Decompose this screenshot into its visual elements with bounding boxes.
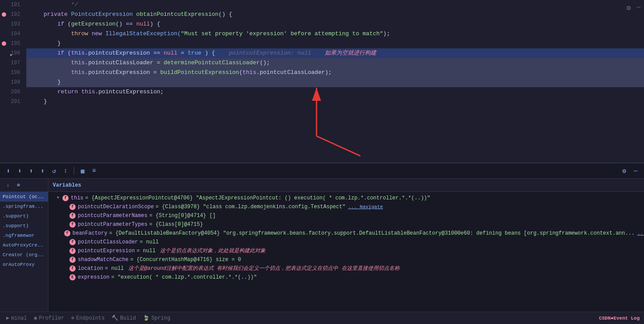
code-line-191: */ [26,0,644,10]
terminal-tab[interactable]: ▶ minal [4,312,29,324]
var-value-1: = {Class@3978} "class com.lzp.demojenkin… [156,202,346,211]
code-token: true [188,48,201,58]
var-name-8: location [78,264,103,273]
endpoints-tab[interactable]: ⊕ Endpoints [69,312,106,324]
code-line-198: this.pointcutExpression = buildPointcutE… [26,68,644,77]
sidebar-frame-item-6[interactable]: Creator (org... [0,250,48,260]
evaluate-btn[interactable]: ↕ [61,166,70,176]
code-token [30,58,71,68]
var-annotation-6: 这个是切点表达式对象，此处就是构建此对象 [160,247,266,255]
sidebar-filter-btn[interactable]: ⊕ [14,181,23,190]
breakpoint-195[interactable] [2,41,6,46]
gutter-line-195: 195 [0,39,23,48]
code-line-192: private PointcutExpression obtainPointcu… [26,10,644,19]
line-number-201: 201 [11,97,20,107]
build-tab[interactable]: 🔨 Build [110,312,138,324]
var-expand-9[interactable] [62,275,68,280]
var-navigate-4[interactable]: ... Vie [637,229,644,238]
var-expand-2[interactable] [62,213,68,218]
variables-header: Variables [48,179,644,192]
collapse-btn[interactable]: — [631,166,640,176]
code-token: new [91,29,102,39]
code-token: if [57,19,64,29]
variables-title: Variables [53,182,81,188]
code-token: .pointcutClassLoader = [85,58,164,68]
var-value-6: = null [137,247,156,255]
code-token: PointcutExpression [68,10,136,19]
bottom-bar: ▶ minal ◉ Profiler ⊕ Endpoints 🔨 Build 🍃… [0,312,644,324]
code-token: ); [383,29,390,39]
var-icon-8: f [69,265,76,272]
sidebar-frame-item-1[interactable]: .springfram... [0,202,48,211]
code-token: } [30,77,61,87]
endpoints-label: Endpoints [76,315,105,321]
settings-icon[interactable]: ⚙ [626,4,631,12]
code-line-194: throw new IllegalStateException("Must se… [26,29,644,39]
var-value-8: = null [105,264,124,273]
minimize-icon[interactable]: — [637,4,640,11]
line-number-199: 199 [11,77,20,87]
sidebar-frame-item-2[interactable]: .support) [0,211,48,221]
reset-btn[interactable]: ↺ [49,166,59,176]
profiler-tab[interactable]: ◉ Profiler [32,312,66,324]
line-number-197: 197 [11,58,20,68]
code-token: buildPointcutExpression [160,68,239,77]
gutter-line-192: 192 [0,10,23,19]
var-value-3: = {Class[0]@4715} [149,220,203,229]
code-token: () { [218,10,232,19]
code-token [30,68,71,77]
sidebar-frame-item-3[interactable]: .support) [0,221,48,231]
var-icon-7: f [69,257,76,263]
step-over-btn[interactable]: ⬇ [4,166,13,176]
step-out-btn[interactable]: ⬆ [26,166,36,176]
build-label: Build [120,315,136,321]
settings-debug-btn[interactable]: ⚙ [619,166,629,176]
breakpoint-192[interactable] [2,12,6,17]
var-expand-6[interactable] [62,248,68,254]
sidebar-frame-item-4[interactable]: .ngframewor [0,231,48,240]
debug-main-content: Variables ▼fthis= {AspectJExpressionPoin… [48,179,644,323]
code-token: this [71,48,85,58]
gutter-line-196: ➤196 [0,48,23,58]
sidebar-down-btn[interactable]: ↓ [4,181,12,190]
profiler-icon: ◉ [34,315,37,321]
code-token: } [30,39,61,48]
line-number-195: 195 [11,39,20,48]
code-token: .pointcutClassLoader); [256,68,332,77]
line-gutter: 191192193194195➤196197198199200201 [0,0,26,162]
variable-row-9: Eexpression= "execution( * com.lzp.*.con… [48,273,644,282]
code-line-197: this.pointcutClassLoader = determinePoin… [26,58,644,68]
var-navigate-1[interactable]: ... Navigate [348,202,383,211]
gutter-line-194: 194 [0,29,23,39]
var-icon-5: f [69,239,76,245]
gutter-line-199: 199 [0,77,23,87]
var-expand-1[interactable] [62,204,68,210]
var-value-9: = "execution( * com.lzp.*.controller.*.*… [111,273,257,282]
step-into-btn[interactable]: ⬇ [15,166,25,176]
code-token [30,19,57,29]
code-line-200: return this.pointcutExpression; [26,87,644,97]
code-token: "Must set property 'expression' before a… [181,29,383,39]
code-token: this [71,68,85,77]
var-expand-8[interactable] [62,266,68,271]
spring-tab[interactable]: 🍃 Spring [141,312,172,324]
spring-label: Spring [151,315,170,321]
var-expand-3[interactable] [62,222,68,227]
sidebar-frame-item-5[interactable]: AutoProxyCre... [0,240,48,250]
run-to-cursor-btn[interactable]: ⬆ [38,166,47,176]
watch-btn[interactable]: ▦ [78,166,87,176]
code-token: ( [64,48,71,58]
var-expand-5[interactable] [62,239,68,245]
var-name-4: beanFactory [73,229,107,238]
sidebar-frame-item-0[interactable]: Pointcut (oc... [0,192,48,202]
variable-row-8: flocation= null这个是@around注解中配置的表达式 有时候我们… [48,264,644,273]
gutter-line-197: 197 [0,58,23,68]
var-expand-0[interactable]: ▼ [55,195,61,201]
sidebar-frame-item-7[interactable]: orAutoProxy [0,260,48,269]
var-expand-7[interactable] [62,257,68,262]
code-line-193: if (getExpression() == null) { [26,19,644,29]
threads-btn[interactable]: ≡ [89,166,99,176]
code-token [30,48,57,58]
gutter-line-191: 191 [0,0,23,10]
code-token: (); [260,58,270,68]
